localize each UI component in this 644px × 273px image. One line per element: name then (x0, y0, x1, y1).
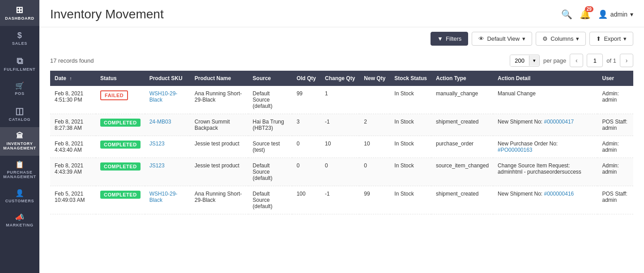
cell-old-qty: 0 (292, 136, 320, 158)
customers-icon: 👤 (15, 190, 25, 197)
cell-source: Default Source (default) (248, 186, 292, 214)
cell-date: Feb 8, 2021 4:51:30 PM (50, 86, 96, 114)
cell-action-detail: New Purchase Order No: #PO00000163 (493, 136, 597, 158)
columns-icon: ⚙ (542, 35, 548, 42)
cell-new-qty (359, 86, 390, 114)
per-page-label: per page (543, 57, 566, 64)
toolbar: ▼ Filters 👁 Default View ▾ ⚙ Columns ▾ ⬆… (39, 27, 644, 50)
inventory-table: Date ↑ Status Product SKU Product Name S… (50, 71, 633, 214)
sku-link[interactable]: JS123 (149, 141, 165, 147)
sidebar-item-customers[interactable]: 👤 CUSTOMERS (0, 184, 39, 209)
per-page-select[interactable]: 200 ▾ (510, 55, 540, 67)
cell-old-qty: 99 (292, 86, 320, 114)
sidebar-item-pos[interactable]: 🛒 POS (0, 77, 39, 101)
table-row: Feb 8, 2021 4:51:30 PM FAILED WSH10-29-B… (50, 86, 633, 114)
sku-link[interactable]: 24-MB03 (149, 119, 171, 125)
pos-icon: 🛒 (15, 82, 25, 90)
columns-button[interactable]: ⚙ Columns ▾ (536, 32, 586, 46)
sidebar-item-marketing[interactable]: 📣 MARKETING (0, 209, 39, 233)
cell-new-qty: 10 (359, 136, 390, 158)
cell-status: COMPLETED (96, 158, 145, 186)
purchase-icon: 📋 (15, 161, 25, 168)
page-number-input[interactable] (587, 54, 603, 67)
filters-button[interactable]: ▼ Filters (431, 32, 468, 46)
previous-page-button[interactable]: ‹ (570, 54, 583, 67)
col-user: User (597, 71, 633, 86)
page-total-text: of 1 (606, 57, 616, 64)
cell-change-qty: -1 (320, 186, 359, 214)
sidebar-item-label: INVENTORY MANAGEMENT (2, 141, 38, 150)
header-right: 🔍 🔔 29 👤 admin ▾ (561, 9, 633, 20)
sidebar-item-purchase[interactable]: 📋 PURCHASE MANAGEMENT (0, 156, 39, 184)
col-date[interactable]: Date ↑ (50, 71, 96, 86)
status-badge: COMPLETED (100, 162, 141, 171)
sales-icon: $ (17, 31, 22, 39)
search-button[interactable]: 🔍 (561, 9, 572, 20)
cell-sku: WSH10-29-Black (145, 86, 190, 114)
records-bar: 17 records found 200 ▾ per page ‹ of 1 › (39, 50, 644, 71)
sku-link[interactable]: WSH10-29-Black (149, 191, 178, 203)
export-button[interactable]: ⬆ Export ▾ (589, 32, 633, 46)
marketing-icon: 📣 (15, 214, 25, 221)
cell-status: FAILED (96, 86, 145, 114)
action-detail-link[interactable]: #000000416 (544, 191, 574, 197)
sku-link[interactable]: WSH10-29-Black (149, 90, 178, 103)
cell-date: Feb 8, 2021 4:43:39 AM (50, 158, 96, 186)
col-product-name: Product Name (190, 71, 248, 86)
cell-product-name: Jessie test product (190, 136, 248, 158)
cell-source: Default Source (default) (248, 158, 292, 186)
admin-menu[interactable]: 👤 admin ▾ (598, 9, 633, 19)
sku-link[interactable]: JS123 (149, 162, 165, 169)
action-detail-link[interactable]: #000000417 (544, 119, 574, 125)
cell-user: POS Staff: admin (597, 186, 633, 214)
action-detail-text: Change Source Item Request: adminhtml - … (498, 162, 581, 175)
cell-date: Feb 8, 2021 4:43:40 AM (50, 136, 96, 158)
action-detail-link[interactable]: #PO00000163 (498, 147, 532, 153)
export-label: Export (604, 35, 621, 42)
cell-action-detail: Manual Change (493, 86, 597, 114)
filter-icon: ▼ (437, 35, 443, 42)
cell-stock-status: In Stock (390, 186, 431, 214)
chevron-down-icon: ▾ (630, 11, 633, 18)
cell-source: Hai Ba Trung (HBT23) (248, 114, 292, 136)
col-stock-status: Stock Status (390, 71, 431, 86)
table-row: Feb 5, 2021 10:49:03 AM COMPLETED WSH10-… (50, 186, 633, 214)
admin-label: admin (610, 11, 627, 18)
default-view-button[interactable]: 👁 Default View ▾ (472, 32, 532, 46)
cell-product-name: Jessie test product (190, 158, 248, 186)
sidebar-item-sales[interactable]: $ SALES (0, 26, 39, 51)
sidebar-item-label: CUSTOMERS (5, 199, 34, 203)
notification-badge: 29 (585, 6, 593, 12)
cell-user: Admin: admin (597, 86, 633, 114)
per-page-value: 200 (510, 55, 529, 66)
cell-new-qty: 0 (359, 158, 390, 186)
per-page-dropdown-icon[interactable]: ▾ (529, 55, 539, 66)
sidebar-item-catalog[interactable]: ◫ CATALOG (0, 101, 39, 127)
action-detail-text: Manual Change (498, 90, 536, 97)
sidebar-item-label: PURCHASE MANAGEMENT (2, 170, 38, 179)
cell-old-qty: 0 (292, 158, 320, 186)
columns-label: Columns (550, 35, 573, 42)
cell-sku: WSH10-29-Black (145, 186, 190, 214)
next-page-button[interactable]: › (620, 54, 633, 67)
sidebar-item-inventory[interactable]: 🏛 INVENTORY MANAGEMENT (0, 127, 39, 156)
cell-date: Feb 8, 2021 8:27:38 AM (50, 114, 96, 136)
status-badge: COMPLETED (100, 119, 141, 127)
pagination-controls: 200 ▾ per page ‹ of 1 › (510, 54, 633, 67)
cell-user: POS Staff: admin (597, 114, 633, 136)
cell-product-name: Crown Summit Backpack (190, 114, 248, 136)
col-action-detail: Action Detail (493, 71, 597, 86)
dashboard-icon: ⊞ (16, 5, 24, 14)
table-header-row: Date ↑ Status Product SKU Product Name S… (50, 71, 633, 86)
cell-action-type: shipment_created (431, 114, 493, 136)
notification-button[interactable]: 🔔 29 (580, 9, 591, 20)
sidebar-item-dashboard[interactable]: ⊞ DASHBOARD (0, 0, 39, 26)
status-badge: COMPLETED (100, 141, 141, 149)
cell-product-name: Ana Running Short-29-Black (190, 186, 248, 214)
cell-action-detail: New Shipment No: #000000417 (493, 114, 597, 136)
sidebar-item-fulfillment[interactable]: ⧉ FULFILLMENT (0, 51, 39, 77)
cell-stock-status: In Stock (390, 114, 431, 136)
cell-change-qty: 1 (320, 86, 359, 114)
status-badge: COMPLETED (100, 191, 141, 199)
fulfillment-icon: ⧉ (17, 56, 23, 65)
